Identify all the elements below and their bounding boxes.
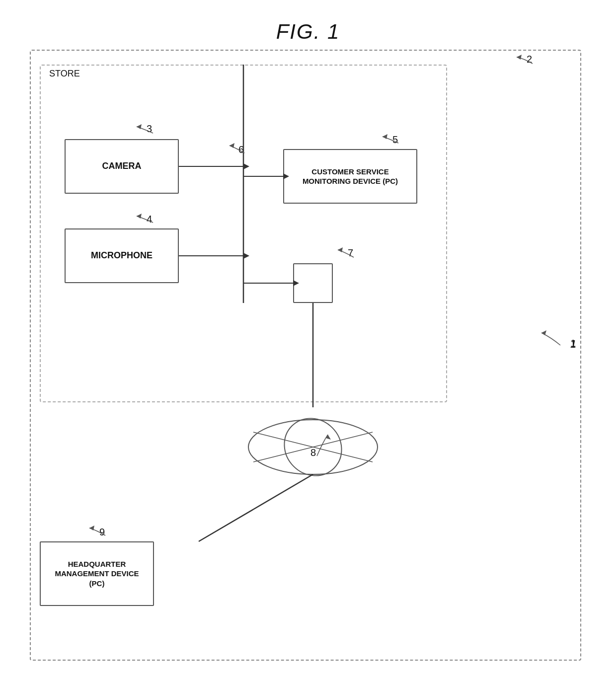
hq-box: HEADQUARTERMANAGEMENT DEVICE(PC) [40,541,154,606]
ref-9: 9 [99,527,105,538]
store-label: STORE [47,69,82,79]
ref-3: 3 [147,123,152,135]
ref-4: 4 [147,214,152,225]
camera-box: CAMERA [65,139,179,194]
microphone-box: MICROPHONE [65,228,179,283]
microphone-label: MICROPHONE [91,250,153,261]
ref-8: 8 [310,447,316,458]
customer-service-label: CUSTOMER SERVICEMONITORING DEVICE (PC) [303,167,398,186]
ref-2: 2 [527,54,532,65]
ref-5: 5 [392,134,398,146]
page-title: FIG. 1 [276,20,340,44]
customer-service-box: CUSTOMER SERVICEMONITORING DEVICE (PC) [283,149,417,204]
ref-7: 7 [348,247,353,259]
ref-6: 6 [238,144,244,155]
camera-label: CAMERA [102,160,142,172]
router-box [293,263,333,303]
hq-label: HEADQUARTERMANAGEMENT DEVICE(PC) [55,559,139,589]
ref-label-1: 1 [570,338,576,349]
